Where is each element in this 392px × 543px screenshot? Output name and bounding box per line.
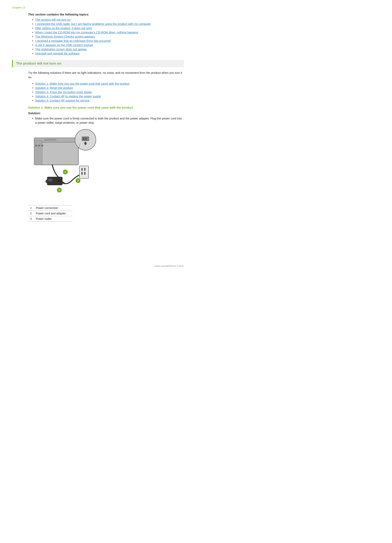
list-item: Solution 4: Contact HP to replace the po…	[32, 95, 184, 98]
toc-link-4[interactable]: When I insert the CD-ROM into my compute…	[35, 31, 138, 34]
parts-table: 1 Power connection 2 Power cord and adap…	[28, 205, 72, 222]
list-item: The product will not turn on	[32, 18, 184, 21]
list-item: A red X appears on the USB connect promp…	[32, 43, 184, 47]
section1-title: The product will not turn on	[16, 62, 181, 66]
toc-link-2[interactable]: I connected the USB cable, but I am havi…	[35, 22, 151, 26]
solution-link-1[interactable]: Solution 1: Make sure you use the power …	[35, 82, 129, 85]
svg-rect-14	[58, 180, 61, 182]
table-row: 2 Power cord and adapter	[28, 211, 72, 216]
solution1-header: Solution 1: Make sure you use the power …	[28, 106, 184, 109]
svg-text:1: 1	[65, 170, 66, 173]
list-item: Solution 1: Make sure you use the power …	[32, 82, 184, 85]
svg-rect-13	[48, 179, 52, 181]
svg-point-26	[46, 180, 48, 183]
section1-header: The product will not turn on	[12, 60, 184, 67]
solution-link-2[interactable]: Solution 2: Reset the product	[35, 86, 73, 90]
row-label: Power outlet	[34, 216, 72, 222]
list-item: Uninstall and reinstall the software	[32, 52, 184, 55]
solution-link-5[interactable]: Solution 5: Contact HP support for servi…	[35, 99, 90, 102]
toc-list: The product will not turn on I connected…	[32, 18, 184, 55]
toc-link-9[interactable]: Uninstall and reinstall the software	[35, 52, 80, 55]
svg-rect-17	[84, 168, 85, 171]
row-label: Power cord and adapter	[34, 211, 72, 216]
list-item: The registration screen does not appear	[32, 48, 184, 51]
solution-link-4[interactable]: Solution 4: Contact HP to replace the po…	[35, 95, 101, 98]
solution-body-text: Make sure the power cord is firmly conne…	[35, 116, 184, 125]
printer-diagram: 1 2 3	[28, 129, 101, 203]
svg-rect-4	[38, 145, 40, 147]
toc-link-1[interactable]: The product will not turn on	[35, 18, 70, 21]
svg-rect-5	[41, 145, 43, 147]
svg-rect-16	[81, 168, 83, 171]
solution-body-item: Make sure the power cord is firmly conne…	[32, 116, 184, 125]
list-item: When I insert the CD-ROM into my compute…	[32, 31, 184, 34]
chapter-label: Chapter 13	[12, 6, 184, 9]
solution-label: Solution:	[28, 112, 184, 115]
svg-rect-2	[34, 141, 42, 165]
row-label: Power connection	[34, 205, 72, 211]
list-item: Solution 5: Contact HP support for servi…	[32, 99, 184, 102]
svg-rect-10	[85, 138, 87, 140]
footer-text: www.userMANUALS.tech	[154, 265, 184, 267]
toc-link-5[interactable]: The Minimum System Checks screen appears	[35, 35, 95, 38]
list-item: Solution 2: Reset the product	[32, 86, 184, 90]
table-row: 1 Power connection	[28, 205, 72, 211]
toc-link-6[interactable]: I received a message that an Unknown Err…	[35, 39, 111, 42]
solutions-list: Solution 1: Make sure you use the power …	[32, 82, 184, 102]
svg-rect-18	[81, 172, 83, 175]
toc-link-3[interactable]: After setting up the product, it does no…	[35, 27, 92, 30]
solution-link-3[interactable]: Solution 3: Press the On button more slo…	[35, 90, 92, 94]
svg-rect-19	[84, 172, 85, 175]
list-item: Solution 3: Press the On button more slo…	[32, 90, 184, 94]
list-item: I connected the USB cable, but I am havi…	[32, 22, 184, 26]
svg-rect-3	[35, 145, 37, 147]
toc-link-7[interactable]: A red X appears on the USB connect promp…	[35, 43, 93, 47]
svg-rect-15	[79, 166, 89, 178]
page-content: Chapter 13 This section contains the fol…	[0, 0, 196, 272]
solution-body-list: Make sure the power cord is firmly conne…	[32, 116, 184, 125]
section1-body: Try the following solutions if there are…	[28, 71, 184, 80]
list-item: I received a message that an Unknown Err…	[32, 39, 184, 42]
intro-text: This section contains the following topi…	[28, 13, 184, 16]
svg-point-27	[84, 142, 86, 145]
svg-rect-9	[83, 138, 84, 140]
row-num: 2	[28, 211, 34, 216]
row-num: 3	[28, 216, 34, 222]
svg-rect-6	[44, 139, 56, 141]
svg-text:3: 3	[77, 179, 79, 182]
list-item: After setting up the product, it does no…	[32, 27, 184, 30]
toc-link-8[interactable]: The registration screen does not appear	[35, 48, 87, 51]
table-row: 3 Power outlet	[28, 216, 72, 222]
list-item: The Minimum System Checks screen appears	[32, 35, 184, 38]
row-num: 1	[28, 205, 34, 211]
svg-text:2: 2	[59, 189, 60, 192]
